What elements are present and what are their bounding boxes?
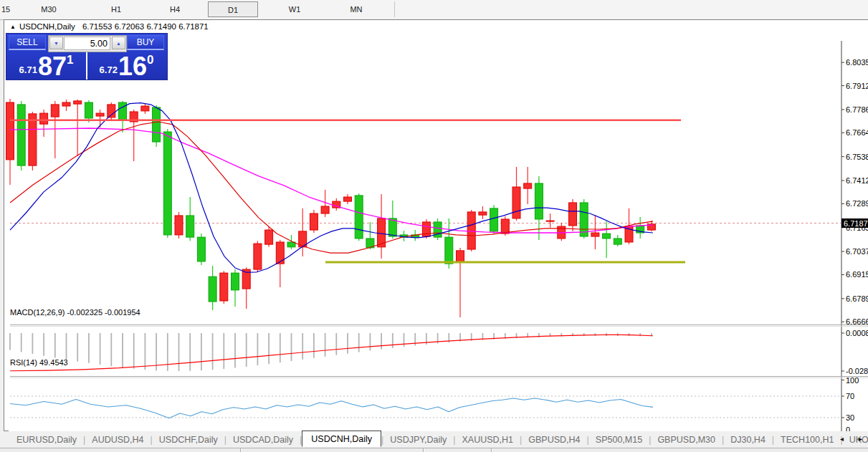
svg-text:-0.028124: -0.028124: [846, 367, 868, 375]
svg-text:6.70375: 6.70375: [846, 247, 868, 256]
sell-price-pip-digit: 1: [67, 53, 73, 67]
volume-increase-button[interactable]: ▲: [112, 37, 125, 49]
timeframe-button-H4[interactable]: H4: [153, 1, 196, 17]
volume-stepper: ▼ ▲: [48, 35, 127, 52]
trade-panel-controls: SELL ▼ ▲ BUY: [6, 34, 167, 52]
tab-EURUSD-Daily[interactable]: EURUSD,Daily: [10, 433, 83, 447]
chart-frame-lines: [9, 40, 868, 449]
svg-text:6.72895: 6.72895: [846, 199, 868, 208]
chart-window: 6.803506.791256.778656.766406.753806.741…: [4, 19, 868, 431]
svg-text:6.79125: 6.79125: [846, 82, 868, 90]
one-click-trading-panel: SELL ▼ ▲ BUY 6.71 87 1 6.72 16 0: [6, 33, 168, 80]
svg-text:6.69150: 6.69150: [846, 270, 868, 279]
status-bar: [0, 448, 868, 452]
tab-USDCAD-Daily[interactable]: USDCAD,Daily: [226, 433, 300, 447]
buy-price-pip-digit: 0: [147, 53, 153, 67]
timeframe-button-MN[interactable]: MN: [335, 1, 378, 17]
chart-title: ▲USDCNH,Daily6.71553 6.72063 6.71490 6.7…: [10, 22, 209, 31]
svg-text:6.76640: 6.76640: [846, 128, 868, 137]
timeframe-button-M30[interactable]: M30: [27, 1, 70, 17]
svg-text:6.75380: 6.75380: [846, 153, 868, 161]
timeframe-button-D1[interactable]: D1: [208, 1, 258, 17]
tab-USDJPY-Daily[interactable]: USDJPY,Daily: [383, 433, 453, 447]
buy-price-prefix: 6.72: [100, 64, 118, 75]
sell-price-prefix: 6.71: [19, 64, 37, 75]
status-bar-divider: [491, 448, 492, 452]
volume-input[interactable]: [64, 37, 110, 50]
symbol-tab-bar: EURUSD,Daily|AUDUSD,H4|USDCHF,Daily|USDC…: [0, 431, 868, 448]
svg-text:0.000849: 0.000849: [846, 329, 868, 337]
tab-UKO[interactable]: UKO: [843, 433, 868, 447]
tab-GBPUSD-H4[interactable]: GBPUSD,H4: [522, 433, 586, 447]
tab-XAUUSD-H1[interactable]: XAUUSD,H1: [456, 433, 520, 447]
svg-text:6.77865: 6.77865: [846, 105, 868, 114]
svg-text:30: 30: [846, 413, 854, 422]
sell-price-quote[interactable]: 6.71 87 1: [6, 52, 86, 80]
timeframe-button-15[interactable]: 15: [0, 1, 27, 17]
tab-USDCHF-Daily[interactable]: USDCHF,Daily: [153, 433, 224, 447]
trade-panel-quotes: 6.71 87 1 6.72 16 0: [6, 52, 167, 80]
timeframe-button-H1[interactable]: H1: [95, 1, 138, 17]
rsi-indicator-label: RSI(14) 49.4543: [10, 358, 68, 367]
status-bar-divider: [423, 448, 424, 452]
tab-DJ30-H4[interactable]: DJ30,H4: [724, 433, 772, 447]
tab-TECH100-H1[interactable]: TECH100,H1: [774, 433, 840, 447]
tabs-scroll-right-icon[interactable]: ▸: [859, 435, 862, 443]
tab-GBPUSD-M30[interactable]: GBPUSD,M30: [651, 433, 722, 447]
volume-decrease-button[interactable]: ▼: [49, 37, 63, 49]
chart-symbol-label: USDCNH,Daily: [19, 22, 75, 31]
sell-price-big-digits: 87: [38, 56, 67, 77]
svg-text:70: 70: [846, 392, 854, 400]
timeframe-toolbar: 15M30H1H4D1W1MN: [0, 0, 868, 20]
rsi-value: 49.4543: [39, 358, 68, 367]
collapse-arrow-icon[interactable]: ▲: [10, 24, 16, 30]
tab-USDCNH-Daily[interactable]: USDCNH,Daily: [302, 431, 381, 447]
svg-text:6.80350: 6.80350: [846, 58, 868, 67]
chart-ohlc-values: 6.71553 6.72063 6.71490 6.71871: [82, 22, 209, 31]
macd-values: -0.002325 -0.001954: [67, 308, 140, 317]
macd-name: MACD(12,26,9): [10, 308, 65, 317]
svg-text:6.71871: 6.71871: [844, 219, 868, 228]
rsi-name: RSI(14): [10, 358, 37, 367]
svg-text:6.74120: 6.74120: [846, 176, 868, 185]
buy-price-quote[interactable]: 6.72 16 0: [86, 52, 166, 80]
svg-text:6.66665: 6.66665: [846, 317, 868, 326]
timeframe-button-W1[interactable]: W1: [273, 1, 316, 17]
sell-button[interactable]: SELL: [9, 35, 46, 50]
buy-button[interactable]: BUY: [127, 35, 164, 50]
macd-indicator-label: MACD(12,26,9) -0.002325 -0.001954: [10, 308, 140, 317]
toolbar-separator: [394, 1, 395, 17]
status-bar-divider: [240, 448, 242, 452]
chart-canvas[interactable]: 6.803506.791256.778656.766406.753806.741…: [4, 20, 868, 452]
tab-SP500-M15[interactable]: SP500,M15: [589, 433, 649, 447]
tab-AUDUSD-H4[interactable]: AUDUSD,H4: [85, 433, 150, 447]
svg-text:100: 100: [846, 376, 859, 385]
svg-text:6.67890: 6.67890: [846, 294, 868, 303]
tabs-scroll-left-icon[interactable]: ◂: [840, 435, 844, 443]
buy-price-big-digits: 16: [118, 56, 147, 77]
